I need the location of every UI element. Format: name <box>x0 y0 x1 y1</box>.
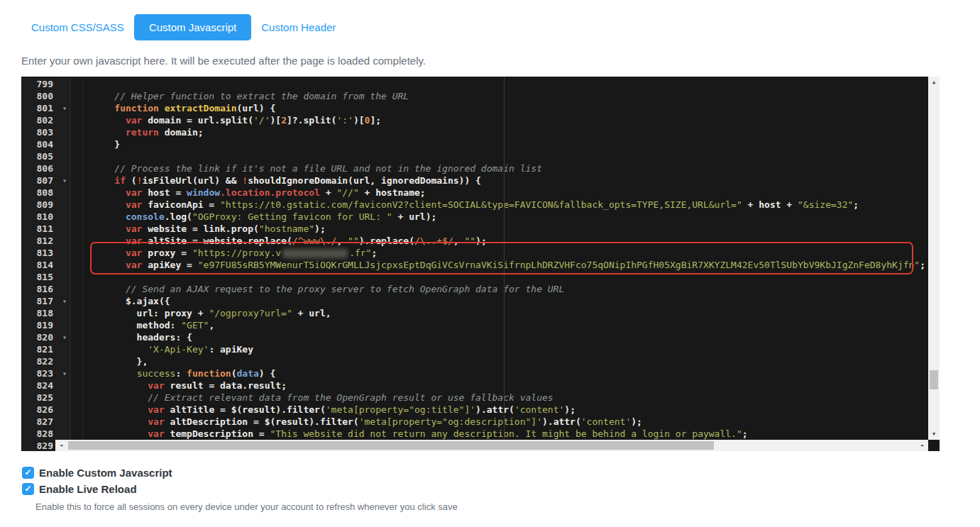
code-line: var altDescription = $(result).filter('m… <box>72 416 928 428</box>
print-margin-line <box>504 77 505 440</box>
code-line <box>72 271 928 283</box>
line-number: 828 <box>21 428 70 440</box>
line-number: 803 <box>21 126 70 138</box>
code-line: var apiKey = "e97FU85sRB5YMWenurT5iOQKrG… <box>72 259 928 271</box>
code-editor[interactable]: 799800801▾802803804805806807▾80880981081… <box>21 77 940 451</box>
line-number: 826 <box>21 404 70 416</box>
code-line: console.log("OGProxy: Getting favicon fo… <box>72 211 928 223</box>
fold-arrow-icon[interactable]: ▾ <box>62 296 67 306</box>
code-line: success: function(data) { <box>72 367 928 379</box>
line-number: 825 <box>21 392 70 404</box>
line-number: 807▾ <box>21 174 70 187</box>
line-number: 822 <box>21 355 70 367</box>
line-number: 819 <box>21 319 70 331</box>
code-line: // Send an AJAX request to the proxy ser… <box>72 283 928 295</box>
code-line: method: "GET", <box>72 319 928 331</box>
editor-gutter: 799800801▾802803804805806807▾80880981081… <box>21 78 71 451</box>
description-text: Enter your own javascript here. It will … <box>21 55 426 67</box>
horizontal-scroll-thumb[interactable] <box>68 441 714 450</box>
code-line: var faviconApi = "https://t0.gstatic.com… <box>72 199 928 211</box>
code-line: }, <box>72 355 928 367</box>
redacted-text <box>282 249 348 258</box>
code-line: var tempDescription = "This website did … <box>72 428 928 440</box>
scroll-right-icon[interactable]: ► <box>917 440 928 451</box>
line-number: 823▾ <box>21 367 70 379</box>
fold-arrow-icon[interactable]: ▾ <box>62 368 67 379</box>
horizontal-scrollbar[interactable]: ◄ ► <box>55 440 928 451</box>
line-number: 814 <box>21 259 70 271</box>
code-line: } <box>72 138 928 150</box>
line-number: 810 <box>21 211 70 223</box>
tab-custom-header[interactable]: Custom Header <box>251 15 346 40</box>
line-number: 804 <box>21 138 70 150</box>
code-line: url: proxy + "/ogproxy?url=" + url, <box>72 307 928 319</box>
code-line: var result = data.result; <box>72 379 928 392</box>
line-number: 809 <box>21 199 70 211</box>
code-line <box>72 150 928 162</box>
helper-text: Enable this to force all sessions on eve… <box>35 501 458 512</box>
checkbox-enable-custom-javascript[interactable]: ✓ Enable Custom Javascript <box>22 467 172 479</box>
line-number: 813 <box>21 247 70 259</box>
tab-custom-javascript[interactable]: Custom Javascript <box>134 14 251 40</box>
line-number: 806 <box>21 162 70 174</box>
code-line: var altTitle = $(result).filter('meta[pr… <box>72 404 928 416</box>
checkbox-label[interactable]: Enable Live Reload <box>39 483 137 495</box>
line-number: 815 <box>21 271 70 283</box>
line-number: 812 <box>21 235 70 247</box>
vertical-scroll-thumb[interactable] <box>930 370 938 389</box>
line-number: 818 <box>21 307 70 319</box>
fold-arrow-icon[interactable]: ▾ <box>62 332 67 343</box>
code-line: var altSite = website.replace(/^www\./, … <box>72 235 928 247</box>
line-number: 799 <box>21 78 70 90</box>
code-line: function extractDomain(url) { <box>72 102 928 114</box>
code-line: // Process the link if it's not a file U… <box>72 162 928 174</box>
code-line: headers: { <box>72 331 928 343</box>
line-number: 801▾ <box>21 102 70 114</box>
code-line: return domain; <box>72 126 928 138</box>
fold-arrow-icon[interactable]: ▾ <box>62 175 67 186</box>
tab-bar: Custom CSS/SASS Custom Javascript Custom… <box>21 14 346 40</box>
checkbox-check-icon[interactable]: ✓ <box>22 483 34 495</box>
scroll-down-icon[interactable]: ▼ <box>928 428 940 440</box>
line-number: 816 <box>21 283 70 295</box>
code-line: var domain = url.split('/')[2]?.split(':… <box>72 114 928 126</box>
line-number: 820▾ <box>21 331 70 343</box>
line-number: 824 <box>21 379 70 392</box>
vertical-scrollbar[interactable]: ▲ ▼ <box>928 77 940 440</box>
scroll-left-icon[interactable]: ◄ <box>55 440 67 451</box>
tab-custom-css-sass[interactable]: Custom CSS/SASS <box>21 15 134 40</box>
line-number: 811 <box>21 223 70 235</box>
checkbox-enable-live-reload[interactable]: ✓ Enable Live Reload <box>22 483 137 495</box>
scroll-up-icon[interactable]: ▲ <box>928 77 940 88</box>
line-number: 802 <box>21 114 70 126</box>
line-number: 827 <box>21 416 70 428</box>
fold-arrow-icon[interactable]: ▾ <box>62 103 67 113</box>
code-line: var host = window.location.protocol + "/… <box>72 187 928 199</box>
code-line: var website = link.prop("hostname"); <box>72 223 928 235</box>
line-number: 821 <box>21 343 70 355</box>
checkbox-check-icon[interactable]: ✓ <box>22 467 34 479</box>
line-number: 800 <box>21 90 70 102</box>
code-line: $.ajax({ <box>72 295 928 307</box>
code-line <box>72 78 928 90</box>
scrollbar-corner <box>928 440 940 451</box>
code-line: 'X-Api-Key': apiKey <box>72 343 928 355</box>
code-line: var proxy = "https://proxy.v.fr"; <box>72 247 928 259</box>
line-number: 808 <box>21 187 70 199</box>
line-number: 805 <box>21 150 70 162</box>
code-line: // Extract relevant data from the OpenGr… <box>72 392 928 404</box>
code-line: if (!isFileUrl(url) && !shouldIgnoreDoma… <box>72 174 928 187</box>
line-number: 817▾ <box>21 295 70 307</box>
editor-code[interactable]: // Helper function to extract the domain… <box>72 78 928 440</box>
checkbox-label[interactable]: Enable Custom Javascript <box>39 467 172 479</box>
code-line: // Helper function to extract the domain… <box>72 90 928 102</box>
